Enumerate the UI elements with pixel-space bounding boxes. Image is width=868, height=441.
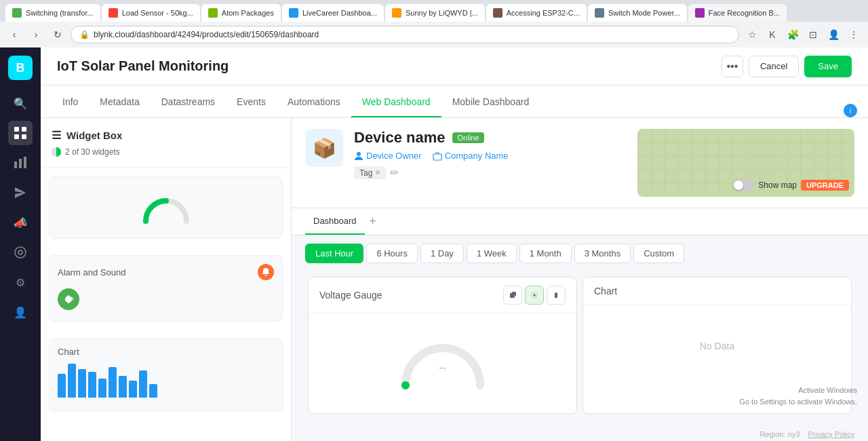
tag-remove[interactable]: ✕ bbox=[375, 169, 380, 176]
tab-datastreams[interactable]: Datastreams bbox=[151, 88, 226, 117]
svg-rect-3 bbox=[22, 134, 26, 139]
device-details: Device name Online Device Owner bbox=[354, 129, 627, 179]
gauge-value: -- bbox=[439, 362, 446, 374]
chart-bar-9 bbox=[139, 370, 147, 398]
time-btn-1month[interactable]: 1 Month bbox=[519, 244, 572, 263]
chart-bar-1 bbox=[58, 374, 66, 398]
menu-button[interactable]: ⋮ bbox=[845, 26, 863, 43]
svg-rect-2 bbox=[14, 134, 19, 139]
svg-point-9 bbox=[357, 152, 361, 156]
main: IoT Solar Panel Monitoring ••• Cancel Sa… bbox=[41, 47, 868, 441]
time-btn-last-hour[interactable]: Last Hour bbox=[305, 244, 363, 263]
bookmark-button[interactable]: ☆ bbox=[743, 26, 761, 43]
back-button[interactable]: ‹ bbox=[5, 26, 23, 43]
time-btn-6hours[interactable]: 6 Hours bbox=[366, 244, 418, 263]
tab-mobile-dashboard[interactable]: Mobile Dashboard bbox=[441, 88, 540, 117]
chart-panel-body: No Data bbox=[583, 305, 851, 387]
privacy-label[interactable]: Privacy Policy bbox=[808, 430, 854, 438]
nav-tabs: Info Metadata Datastreams Events Automat… bbox=[41, 85, 868, 118]
owner-label: Device Owner bbox=[366, 151, 422, 161]
widget-box-header: ☰ Widget Box 2 of 30 widgets bbox=[41, 118, 291, 168]
voltage-settings-button[interactable] bbox=[525, 286, 544, 305]
save-button[interactable]: Save bbox=[804, 56, 852, 77]
sidebar-icon-grid[interactable] bbox=[8, 121, 33, 145]
more-button[interactable]: ••• bbox=[722, 56, 743, 77]
browser-tab-5[interactable]: Sunny by LiQWYD |... bbox=[385, 4, 485, 22]
app-logo[interactable]: B bbox=[8, 56, 33, 80]
widget-card-gauge bbox=[49, 176, 283, 239]
tag-text: Tag bbox=[359, 168, 372, 178]
device-meta: Device Owner Company Name bbox=[354, 151, 627, 161]
split-button[interactable]: ⊡ bbox=[804, 26, 822, 43]
map-area: Show map UPGRADE bbox=[637, 129, 854, 197]
svg-point-11 bbox=[533, 294, 536, 296]
widget-box-icon: ☰ bbox=[52, 129, 61, 142]
no-data-label: No Data bbox=[700, 341, 734, 351]
sidebar-icon-search[interactable]: 🔍 bbox=[8, 91, 33, 115]
device-name-row: Device name Online bbox=[354, 129, 627, 147]
dash-tab-add[interactable]: + bbox=[365, 214, 381, 230]
tab-info[interactable]: Info bbox=[52, 88, 89, 117]
tab-web-dashboard[interactable]: Web Dashboard bbox=[351, 88, 441, 117]
chart-panel-header: Chart bbox=[583, 277, 851, 305]
nav-icons: ☆ K 🧩 ⊡ 👤 ⋮ bbox=[743, 26, 863, 43]
sidebar-icon-megaphone[interactable]: 📣 bbox=[8, 210, 33, 235]
dash-tabs: Dashboard + bbox=[292, 208, 868, 235]
alarm-icon bbox=[58, 288, 79, 310]
svg-rect-4 bbox=[14, 161, 17, 168]
header-actions: ••• Cancel Save bbox=[722, 56, 852, 77]
info-icon: i bbox=[844, 104, 857, 117]
chart-bar-6 bbox=[108, 367, 117, 398]
tag-item[interactable]: Tag ✕ bbox=[354, 166, 386, 179]
browser-tab-3[interactable]: Atom Packages bbox=[201, 4, 281, 22]
time-btn-custom[interactable]: Custom bbox=[633, 244, 684, 263]
tag-edit-icon[interactable]: ✏ bbox=[390, 166, 399, 179]
sidebar-icon-chart[interactable] bbox=[8, 151, 33, 175]
user-button[interactable]: 👤 bbox=[825, 26, 842, 43]
tab-automations[interactable]: Automations bbox=[277, 88, 351, 117]
browser-chrome: Switching (transfor... Load Sensor - 50k… bbox=[0, 0, 868, 47]
time-btn-3months[interactable]: 3 Months bbox=[574, 244, 631, 263]
sidebar-icon-person[interactable]: 👤 bbox=[8, 300, 33, 324]
cancel-button[interactable]: Cancel bbox=[749, 56, 799, 77]
time-btn-1day[interactable]: 1 Day bbox=[420, 244, 464, 263]
extensions-button[interactable]: 🧩 bbox=[784, 26, 802, 43]
count-indicator bbox=[52, 147, 61, 157]
browser-tab-7[interactable]: Switch Mode Power... bbox=[588, 4, 687, 22]
count-text: 2 of 30 widgets bbox=[65, 147, 120, 157]
browser-tab-6[interactable]: Accessing ESP32-C... bbox=[486, 4, 587, 22]
device-icon: 📦 bbox=[305, 129, 343, 167]
device-owner[interactable]: Device Owner bbox=[354, 151, 422, 161]
sidebar-icon-circle-settings[interactable] bbox=[8, 240, 33, 265]
chart-bar-7 bbox=[119, 376, 127, 398]
browser-tab-1[interactable]: Switching (transfor... bbox=[5, 4, 100, 22]
map-toggle-knob bbox=[734, 180, 743, 190]
browser-tab-8[interactable]: Face Recognition B... bbox=[688, 4, 787, 22]
sidebar-icon-send[interactable] bbox=[8, 180, 33, 205]
gauge-container: -- bbox=[395, 324, 490, 392]
browser-nav: ‹ › ↻ 🔒 blynk.cloud/dashboard/42494/prod… bbox=[0, 22, 868, 47]
forward-button[interactable]: › bbox=[27, 26, 45, 43]
dash-tab-dashboard[interactable]: Dashboard bbox=[305, 209, 365, 235]
voltage-copy-button[interactable] bbox=[503, 286, 522, 305]
voltage-delete-button[interactable] bbox=[547, 286, 566, 305]
address-bar[interactable]: 🔒 blynk.cloud/dashboard/42494/products/e… bbox=[71, 26, 739, 43]
profile-button[interactable]: K bbox=[764, 26, 781, 43]
browser-tab-4[interactable]: LiveCareer Dashboa... bbox=[282, 4, 384, 22]
widget-card-chart-header: Chart bbox=[58, 347, 274, 357]
device-company[interactable]: Company Name bbox=[433, 151, 509, 161]
chart-bar-10 bbox=[149, 384, 157, 398]
browser-tab-2[interactable]: Load Sensor - 50kg... bbox=[102, 4, 200, 22]
widget-box-title: ☰ Widget Box bbox=[52, 129, 280, 142]
map-toggle[interactable] bbox=[732, 179, 754, 191]
tab-events[interactable]: Events bbox=[226, 88, 277, 117]
voltage-gauge-body: -- bbox=[309, 313, 576, 403]
time-btn-1week[interactable]: 1 Week bbox=[467, 244, 517, 263]
device-tags: Tag ✕ ✏ bbox=[354, 166, 627, 179]
header: IoT Solar Panel Monitoring ••• Cancel Sa… bbox=[41, 47, 868, 85]
sidebar-icon-settings[interactable]: ⚙ bbox=[8, 270, 33, 294]
svg-rect-0 bbox=[14, 127, 19, 132]
upgrade-button[interactable]: UPGRADE bbox=[801, 180, 849, 191]
tab-metadata[interactable]: Metadata bbox=[89, 88, 150, 117]
refresh-button[interactable]: ↻ bbox=[49, 26, 66, 43]
